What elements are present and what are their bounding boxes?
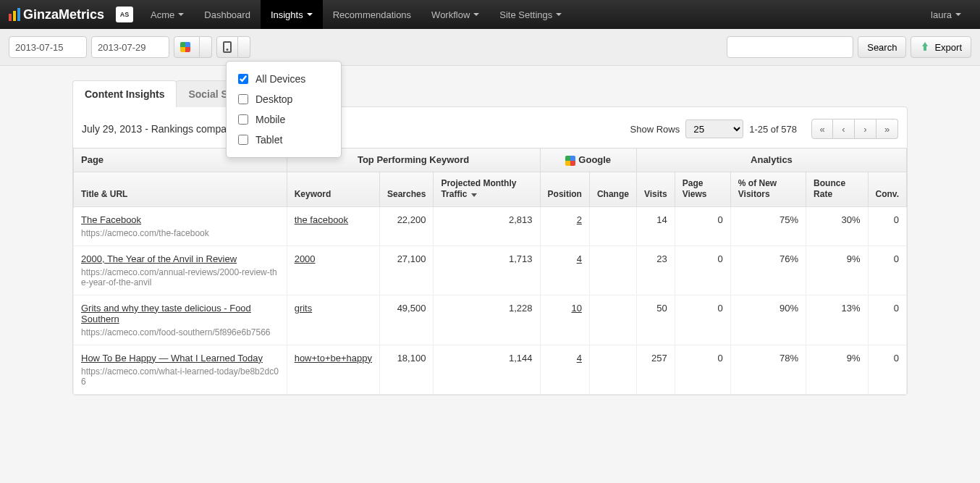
caret-icon xyxy=(556,13,562,16)
summary-text: July 29, 2013 - Rankings compa xyxy=(82,123,227,135)
cell-page: Grits and why they taste delicious - Foo… xyxy=(74,295,287,345)
th-searches[interactable]: Searches xyxy=(380,172,434,206)
cell-visits: 257 xyxy=(636,345,675,394)
rows-select[interactable]: 25 xyxy=(685,119,743,138)
pager-prev[interactable]: ‹ xyxy=(833,119,855,139)
pager-first[interactable]: « xyxy=(811,119,833,139)
table-row: How To Be Happy — What I Learned Todayht… xyxy=(74,345,907,394)
nav-workflow[interactable]: Workflow xyxy=(421,0,489,29)
nav-insights[interactable]: Insights xyxy=(261,0,323,29)
th-title-url[interactable]: Title & URL xyxy=(74,172,287,206)
account-dropdown[interactable]: Acme xyxy=(140,0,194,29)
google-icon xyxy=(565,156,575,166)
page-url: https://acmeco.com/annual-reviews/2000-r… xyxy=(81,267,279,287)
device-picker[interactable] xyxy=(216,36,250,58)
device-dropdown-toggle[interactable] xyxy=(238,36,250,58)
page-title-link[interactable]: How To Be Happy — What I Learned Today xyxy=(81,353,279,364)
site-picker-icon[interactable]: AS xyxy=(116,7,133,22)
caret-icon xyxy=(955,13,961,16)
device-button[interactable] xyxy=(216,36,238,58)
checkbox-tablet[interactable] xyxy=(238,135,248,145)
show-rows-label: Show Rows xyxy=(630,124,680,135)
top-navbar: GinzaMetrics AS Acme Dashboard Insights … xyxy=(0,0,980,29)
engine-picker[interactable] xyxy=(174,36,212,58)
nav-recommendations[interactable]: Recommendations xyxy=(323,0,421,29)
th-projected[interactable]: Projected Monthly Traffic xyxy=(434,172,540,206)
device-option-all[interactable]: All Devices xyxy=(227,69,341,89)
cell-newvisitors: 76% xyxy=(730,245,806,295)
th-newvisitors[interactable]: % of New Visitors xyxy=(730,172,806,206)
cell-conv: 0 xyxy=(868,295,906,345)
th-conv[interactable]: Conv. xyxy=(868,172,906,206)
cell-keyword: grits xyxy=(287,295,379,345)
checkbox-desktop[interactable] xyxy=(238,94,248,104)
cell-change xyxy=(589,345,636,394)
search-input[interactable] xyxy=(727,36,853,58)
content-area: Content Insights Social Signals July 29,… xyxy=(0,66,980,424)
table-row: The Facebookhttps://acmeco.com/the-faceb… xyxy=(74,206,907,245)
export-button[interactable]: Export xyxy=(911,36,971,58)
th-keyword[interactable]: Keyword xyxy=(287,172,379,206)
cell-change xyxy=(589,295,636,345)
cell-projected: 1,713 xyxy=(434,245,540,295)
checkbox-mobile[interactable] xyxy=(238,114,248,125)
tab-content-insights[interactable]: Content Insights xyxy=(72,80,177,107)
cell-bounce: 9% xyxy=(806,345,868,394)
cell-searches: 49,500 xyxy=(380,295,434,345)
sort-desc-icon xyxy=(471,193,477,197)
user-menu[interactable]: laura xyxy=(921,0,971,29)
keyword-link[interactable]: grits xyxy=(295,303,313,314)
cell-conv: 0 xyxy=(868,206,906,245)
date-from-input[interactable] xyxy=(9,36,87,58)
checkbox-all-devices[interactable] xyxy=(238,74,248,84)
nav-site-settings[interactable]: Site Settings xyxy=(489,0,572,29)
page-title-link[interactable]: Grits and why they taste delicious - Foo… xyxy=(81,303,279,324)
device-option-mobile[interactable]: Mobile xyxy=(227,109,341,130)
cell-newvisitors: 78% xyxy=(730,345,806,394)
cell-visits: 14 xyxy=(636,206,675,245)
cell-searches: 22,200 xyxy=(380,206,434,245)
pager-next[interactable]: › xyxy=(855,119,876,139)
cell-page: 2000, The Year of the Anvil in Reviewhtt… xyxy=(74,245,287,295)
page-url: https://acmeco.com/food-southern/5f896e6… xyxy=(81,327,279,337)
cell-position: 2 xyxy=(540,206,589,245)
table-row: 2000, The Year of the Anvil in Reviewhtt… xyxy=(74,245,907,295)
device-option-desktop[interactable]: Desktop xyxy=(227,89,341,109)
engine-dropdown-toggle[interactable] xyxy=(200,36,212,58)
cell-bounce: 13% xyxy=(806,295,868,345)
cell-position: 10 xyxy=(540,295,589,345)
keyword-link[interactable]: how+to+be+happy xyxy=(295,353,372,364)
date-to-input[interactable] xyxy=(91,36,169,58)
keyword-link[interactable]: 2000 xyxy=(295,253,316,264)
cell-projected: 1,228 xyxy=(434,295,540,345)
pager: « ‹ › » xyxy=(811,119,898,139)
page-title-link[interactable]: 2000, The Year of the Anvil in Review xyxy=(81,253,279,264)
th-bounce[interactable]: Bounce Rate xyxy=(806,172,868,206)
engine-google-button[interactable] xyxy=(174,36,200,58)
th-google-group: Google xyxy=(540,148,636,172)
pager-last[interactable]: » xyxy=(876,119,898,139)
page-title-link[interactable]: The Facebook xyxy=(81,214,279,225)
position-link[interactable]: 4 xyxy=(577,353,582,364)
cell-conv: 0 xyxy=(868,245,906,295)
search-button[interactable]: Search xyxy=(858,36,906,58)
cell-bounce: 9% xyxy=(806,245,868,295)
position-link[interactable]: 10 xyxy=(571,303,581,314)
cell-keyword: how+to+be+happy xyxy=(287,345,379,394)
cell-change xyxy=(589,245,636,295)
th-analytics-group: Analytics xyxy=(636,148,906,172)
cell-page: The Facebookhttps://acmeco.com/the-faceb… xyxy=(74,206,287,245)
position-link[interactable]: 2 xyxy=(577,214,582,225)
table-row: Grits and why they taste delicious - Foo… xyxy=(74,295,907,345)
device-option-tablet[interactable]: Tablet xyxy=(227,130,341,150)
th-visits[interactable]: Visits xyxy=(636,172,675,206)
device-icon xyxy=(223,41,232,53)
cell-pageviews: 0 xyxy=(675,245,730,295)
keyword-link[interactable]: the facebook xyxy=(295,214,348,225)
th-pageviews[interactable]: Page Views xyxy=(675,172,730,206)
position-link[interactable]: 4 xyxy=(577,253,582,264)
th-change[interactable]: Change xyxy=(589,172,636,206)
nav-dashboard[interactable]: Dashboard xyxy=(194,0,261,29)
cell-position: 4 xyxy=(540,245,589,295)
th-position[interactable]: Position xyxy=(540,172,589,206)
